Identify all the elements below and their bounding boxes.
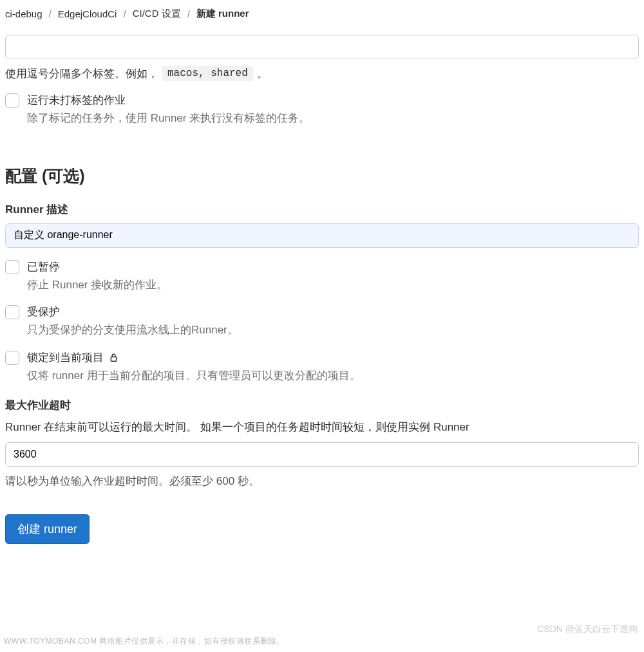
locked-label: 锁定到当前项目 [27,350,104,365]
page-content: 使用逗号分隔多个标签。例如， macos, shared 。 运行未打标签的作业… [0,35,644,544]
breadcrumb: ci-debug / EdgejCloudCi / CI/CD 设置 / 新建 … [0,0,644,30]
paused-help: 停止 Runner 接收新的作业。 [27,277,167,293]
breadcrumb-separator: / [123,8,126,19]
locked-help: 仅将 runner 用于当前分配的项目。只有管理员可以更改分配的项目。 [27,368,361,384]
timeout-help-below: 请以秒为单位输入作业超时时间。必须至少 600 秒。 [5,473,639,490]
protected-row: 受保护 只为受保护的分支使用流水线上的Runner。 [5,304,639,339]
paused-checkbox[interactable] [5,260,19,274]
paused-row: 已暂停 停止 Runner 接收新的作业。 [5,259,639,293]
protected-help: 只为受保护的分支使用流水线上的Runner。 [27,322,238,339]
locked-checkbox[interactable] [5,351,19,365]
run-untagged-help: 除了标记的任务外，使用 Runner 来执行没有标签的任务。 [27,110,310,127]
tags-help-suffix: 。 [257,66,268,81]
run-untagged-row: 运行未打标签的作业 除了标记的任务外，使用 Runner 来执行没有标签的任务。 [5,93,639,127]
locked-label-row: 锁定到当前项目 [27,350,361,365]
run-untagged-body: 运行未打标签的作业 除了标记的任务外，使用 Runner 来执行没有标签的任务。 [27,93,310,127]
tags-help-code: macos, shared [162,66,253,81]
description-label: Runner 描述 [5,202,639,217]
tags-input[interactable] [5,35,639,59]
protected-label: 受保护 [27,304,238,319]
protected-checkbox[interactable] [5,305,19,319]
tags-field-wrapper [5,35,639,59]
lock-icon [109,353,118,362]
breadcrumb-item[interactable]: CI/CD 设置 [133,8,181,20]
description-input[interactable] [5,223,639,248]
timeout-help-above: Runner 在结束前可以运行的最大时间。 如果一个项目的任务超时时间较短，则使… [5,419,639,436]
paused-body: 已暂停 停止 Runner 接收新的作业。 [27,259,167,293]
svg-rect-0 [111,357,116,361]
create-runner-button[interactable]: 创建 runner [5,514,90,544]
run-untagged-checkbox[interactable] [5,93,19,107]
locked-body: 锁定到当前项目 仅将 runner 用于当前分配的项目。只有管理员可以更改分配的… [27,350,361,384]
paused-label: 已暂停 [27,259,167,274]
breadcrumb-current: 新建 runner [196,8,249,20]
breadcrumb-separator: / [49,8,52,19]
breadcrumb-item[interactable]: ci-debug [5,8,43,19]
breadcrumb-item[interactable]: EdgejCloudCi [58,8,117,19]
tags-help-prefix: 使用逗号分隔多个标签。例如， [5,66,158,81]
timeout-input[interactable] [5,442,639,467]
run-untagged-label: 运行未打标签的作业 [27,93,310,107]
protected-body: 受保护 只为受保护的分支使用流水线上的Runner。 [27,304,238,339]
config-heading: 配置 (可选) [5,165,639,187]
breadcrumb-separator: / [187,8,190,19]
tags-help: 使用逗号分隔多个标签。例如， macos, shared 。 [5,66,639,81]
locked-row: 锁定到当前项目 仅将 runner 用于当前分配的项目。只有管理员可以更改分配的… [5,350,639,384]
timeout-label: 最大作业超时 [5,398,639,413]
